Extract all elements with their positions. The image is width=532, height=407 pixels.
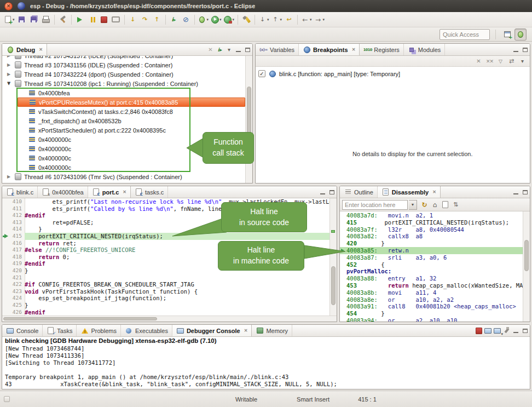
disassembly-listing[interactable]: 40083a7d: movi.n a2, 1415 portEXIT_CRITI… [340,211,523,322]
debug-thread-row[interactable]: ▶Thread #3 1073431156 (IDLE) (Suspended … [2,60,245,70]
refresh-button[interactable] [420,200,429,209]
sync-button[interactable] [451,200,460,209]
view-maximize-button[interactable] [327,186,337,198]
view-maximize-button[interactable] [521,44,530,55]
tab-disassembly[interactable]: Disassembly✕ [378,186,441,198]
line-marker[interactable] [2,219,9,226]
tab-memory[interactable]: Memory [252,325,292,336]
disassembly-line[interactable]: 420 } [340,240,523,247]
disassembly-line[interactable]: 40083a82: callx8 a8 [340,233,523,240]
editor-line[interactable]: 425} [2,302,329,309]
link-debug-button[interactable] [507,57,516,65]
tab-close-icon[interactable]: ✕ [244,328,248,333]
debug-stack-frame-row[interactable]: 0x4000000c [2,144,245,153]
view-menu-button[interactable]: ▾ [518,58,527,64]
debug-stack-frame-row[interactable]: vPortCPUReleaseMutex() at port.c:415 0x4… [18,98,245,107]
line-marker[interactable] [2,226,9,233]
disassembly-line[interactable]: 40083a94: or a2, a10, a10 [340,317,523,322]
skip-breakpoints-button[interactable] [180,14,192,26]
tab-problems[interactable]: Problems [77,325,120,336]
line-marker[interactable] [2,198,9,205]
editor-line[interactable]: 410 ets_printf("Last non-recursive lock … [2,198,329,205]
line-marker[interactable] [2,309,9,316]
disassembly-scrollbar[interactable] [523,211,530,322]
editor-line[interactable]: 421 [2,274,329,282]
tab-port-c[interactable]: port.c✕ [88,186,131,198]
editor-line[interactable]: 414 } [2,226,329,233]
debug-thread-row[interactable]: ▶Thread #5 1073410208 (ipc1 : Running) (… [2,79,245,88]
view-maximize-button[interactable] [521,186,530,198]
dropdown-arrow-icon[interactable]: ▾ [233,18,235,22]
tab-modules[interactable]: Modules [404,44,446,55]
view-minimize-button[interactable] [511,325,521,336]
dropdown-arrow-icon[interactable]: ▾ [267,18,269,22]
dropdown-arrow-icon[interactable]: ▾ [323,18,325,22]
instruction-pointer-marker[interactable] [2,233,9,240]
line-marker[interactable] [2,254,9,261]
editor-line[interactable]: 415 portEXIT_CRITICAL_NESTED(irqStatus); [2,233,329,240]
line-marker[interactable] [2,295,9,302]
show-source-button[interactable] [441,200,450,209]
debug-call-stack-tree[interactable]: ▶Thread #2 1073431372 (IDLE) (Suspended … [2,56,245,183]
dropdown-arrow-icon[interactable]: ▾ [280,18,282,22]
remove-button[interactable] [474,57,483,65]
editor-line[interactable]: 423void vPortFirstTaskHook(TaskFunction_… [2,288,329,295]
console-output[interactable]: blink checking [GDB Hardware Debugging] … [2,337,530,389]
open-perspective-button[interactable] [501,28,513,41]
line-marker[interactable] [2,247,9,254]
tab-close-icon[interactable]: ✕ [39,47,43,52]
view-minimize-button[interactable] [234,44,243,55]
disassembly-line[interactable]: 40083a91: call8 0x40081b20 <heap_caps_ma… [340,303,523,310]
editor-line[interactable]: 418 return 0; [2,254,329,261]
tab-debug[interactable]: Debug✕ [2,44,47,55]
editor-line[interactable]: 419#endif [2,260,329,267]
disassembly-line[interactable]: 40083a85: retw.n [340,247,523,254]
location-dropdown-button[interactable]: ▼ [409,200,417,210]
prev-annotation-button[interactable]: ▾ [270,14,284,26]
view-minimize-button[interactable] [511,186,521,198]
dropdown-arrow-icon[interactable]: ▾ [219,18,222,22]
view-pin-console-button[interactable] [502,325,511,336]
editor-line[interactable]: 411 ets_printf("Called by %s line %d\n",… [2,205,329,213]
line-marker[interactable] [2,240,9,247]
disassembly-line[interactable]: pvPortMalloc: [340,268,523,275]
disassembly-line[interactable]: 40083a7f: l32r a8, 0x40080544 [340,226,523,233]
disassembly-line[interactable]: 40083a87: srli a3, a0, 6 [340,254,523,261]
tab-close-icon[interactable]: ✕ [352,47,356,52]
location-input[interactable] [342,200,408,210]
line-marker[interactable] [2,260,9,267]
disassembly-line[interactable]: 40083a8e: or a10, a2, a2 [340,296,523,303]
editor-line[interactable]: 426#endif [2,309,329,316]
view-open-console-button[interactable] [493,325,502,336]
remove-all-button[interactable] [485,57,494,65]
tab-debugger-console[interactable]: Debugger Console✕ [172,325,252,336]
instruction-stepping-button[interactable] [168,14,180,26]
tab-breakpoints[interactable]: Breakpoints✕ [299,44,360,55]
build-button[interactable] [57,14,69,26]
debug-stack-frame-row[interactable]: vTaskSwitchContext() at tasks.c:2,846 0x… [2,107,245,116]
back-button[interactable]: ▾ [300,14,313,26]
expander-icon[interactable]: ▶ [6,174,11,179]
suspend-button[interactable] [86,14,98,26]
tab-variables[interactable]: Variables [256,44,299,55]
dropdown-arrow-icon[interactable]: ▾ [207,18,209,22]
external-tools-button[interactable]: ▾ [223,14,236,26]
view-instruction-step-mode-button[interactable] [215,44,224,55]
disassembly-line[interactable]: 415 portEXIT_CRITICAL_NESTED(irqStatus); [340,219,523,226]
step-return-button[interactable] [151,14,163,26]
line-marker[interactable] [2,281,9,288]
line-marker[interactable] [2,302,9,309]
expander-icon[interactable]: ▶ [6,72,11,77]
tab-outline[interactable]: Outline [340,186,378,198]
tab-close-icon[interactable]: ✕ [432,190,436,194]
disconnect-button[interactable] [110,14,122,26]
home-button[interactable] [430,200,440,209]
debug-perspective-button[interactable] [514,28,527,41]
last-edit-button[interactable] [283,14,295,26]
expander-icon[interactable]: ▶ [6,62,11,67]
line-marker[interactable] [2,274,9,282]
debug-stack-frame-row[interactable]: 0x4000bfea [2,88,245,98]
terminate-button[interactable] [98,14,110,26]
editor-line[interactable]: 422#if CONFIG_FREERTOS_BREAK_ON_SCHEDULE… [2,281,329,288]
debug-stack-frame-row[interactable]: xPortStartScheduler() at port.c:222 0x40… [2,125,245,135]
